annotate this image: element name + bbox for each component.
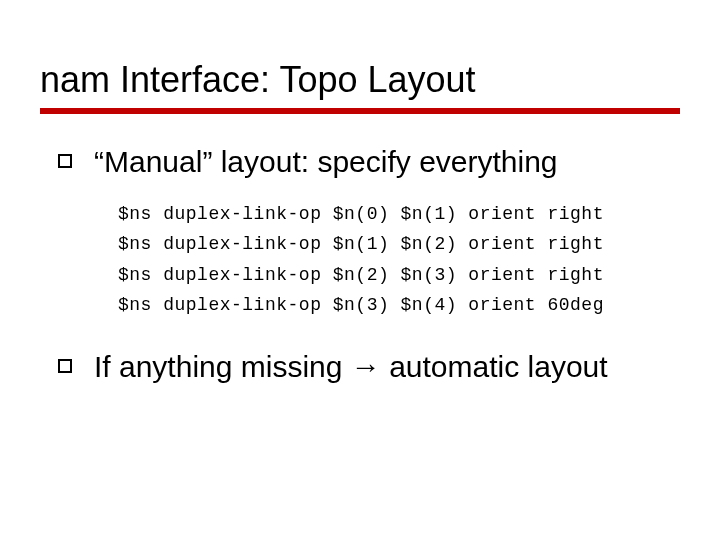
slide-title: nam Interface: Topo Layout [40,60,680,100]
square-bullet-icon [58,154,72,168]
code-line-2: $ns duplex-link-op $n(1) $n(2) orient ri… [118,234,604,254]
code-line-1: $ns duplex-link-op $n(0) $n(1) orient ri… [118,204,604,224]
code-line-3: $ns duplex-link-op $n(2) $n(3) orient ri… [118,265,604,285]
title-underline [40,108,680,114]
square-bullet-icon [58,359,72,373]
bullet-text-1: “Manual” layout: specify everything [94,142,558,181]
bullet-item-1: “Manual” layout: specify everything [40,142,680,181]
code-line-4: $ns duplex-link-op $n(3) $n(4) orient 60… [118,295,604,315]
bullet-text-2: If anything missing → automatic layout [94,347,608,386]
slide: nam Interface: Topo Layout “Manual” layo… [0,0,720,540]
bullet-item-2: If anything missing → automatic layout [40,347,680,386]
bullet-2-pre: If anything missing [94,350,351,383]
bullet-2-post: automatic layout [381,350,608,383]
code-block: $ns duplex-link-op $n(0) $n(1) orient ri… [118,199,680,321]
arrow-icon: → [351,350,381,383]
